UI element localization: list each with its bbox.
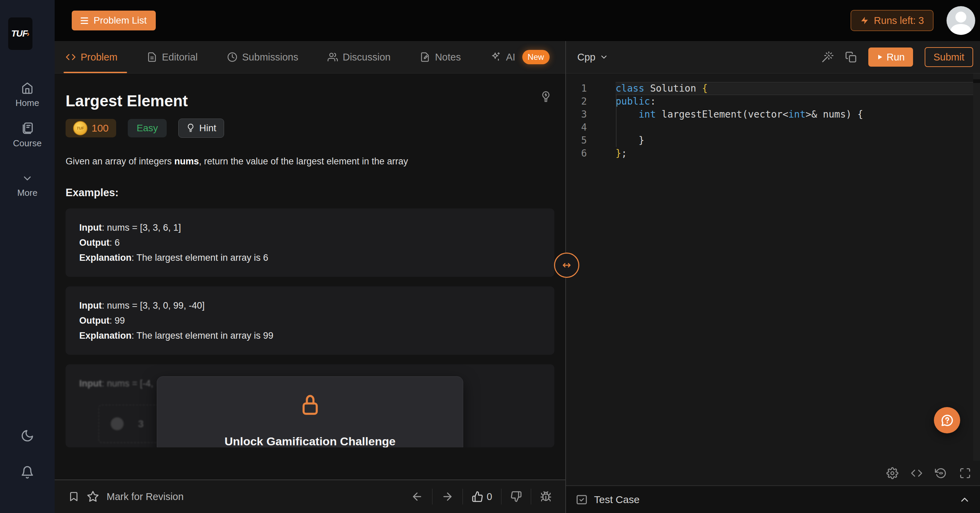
- code-brackets-icon: [911, 467, 923, 479]
- tab-ai[interactable]: AI New: [490, 41, 549, 73]
- tab-problem[interactable]: Problem: [65, 41, 118, 73]
- course-icon: [21, 122, 34, 135]
- lock-icon: [299, 391, 321, 420]
- dislike-button[interactable]: [510, 491, 522, 502]
- document-icon: [147, 52, 157, 62]
- code-line[interactable]: }: [616, 134, 980, 147]
- prev-problem-button[interactable]: [411, 491, 423, 503]
- note-pen-icon: [420, 52, 430, 62]
- example-output: Output: 6: [79, 235, 541, 250]
- star-button[interactable]: [87, 491, 99, 503]
- next-problem-button[interactable]: [441, 491, 453, 503]
- testcase-collapse-button[interactable]: [959, 494, 970, 505]
- help-chat-button[interactable]: [934, 407, 960, 433]
- avatar-person-icon: [955, 12, 966, 22]
- bug-icon: [540, 491, 552, 502]
- unlock-gamification-card[interactable]: Unlock Gamification Challenge: [157, 376, 463, 448]
- sidebar-item-home[interactable]: Home: [0, 82, 55, 108]
- example-output: Output: 99: [79, 313, 541, 328]
- code-line[interactable]: int largestElement(vector<int>& nums) {: [616, 108, 980, 121]
- editor-settings-button[interactable]: [886, 467, 898, 479]
- reset-code-button[interactable]: [935, 467, 947, 479]
- tab-label: Notes: [435, 52, 461, 63]
- chevron-down-icon: [600, 53, 608, 62]
- problem-bulb-icon[interactable]: [540, 91, 552, 104]
- runs-left-label: Runs left: 3: [874, 15, 924, 26]
- gear-icon: [886, 467, 898, 479]
- like-count: 0: [487, 491, 492, 502]
- editor-header: Cpp Run Submit: [566, 41, 980, 73]
- tab-label: Submissions: [242, 52, 298, 63]
- code-line[interactable]: class Solution {: [616, 82, 980, 95]
- chat-question-icon: [940, 413, 955, 427]
- bookmark-button[interactable]: [68, 491, 79, 502]
- user-avatar[interactable]: [947, 6, 975, 35]
- tab-discussion[interactable]: Discussion: [328, 41, 390, 73]
- like-button[interactable]: [472, 491, 483, 502]
- description-keyword: nums: [174, 156, 199, 166]
- panel-resize-handle[interactable]: [554, 253, 579, 278]
- editor-toolbar: [566, 461, 980, 485]
- problem-list-button[interactable]: Problem List: [72, 11, 156, 30]
- format-code-button[interactable]: [911, 467, 923, 479]
- example-explanation: Explanation: The largest element in arra…: [79, 328, 541, 343]
- example-input: Input: nums = [3, 3, 0, 99, -40]: [79, 298, 541, 313]
- tab-submissions[interactable]: Submissions: [227, 41, 298, 73]
- example-card-2: Input: nums = [3, 3, 0, 99, -40] Output:…: [65, 287, 554, 355]
- line-number: 6: [566, 147, 587, 160]
- tuf-logo-text: TUF: [11, 29, 28, 39]
- points-value: 100: [92, 123, 109, 134]
- report-bug-button[interactable]: [540, 491, 552, 502]
- sidebar-item-more[interactable]: More: [0, 173, 55, 198]
- tab-notes[interactable]: Notes: [420, 41, 461, 73]
- theme-toggle-button[interactable]: [0, 429, 55, 443]
- code-icon: [65, 52, 76, 62]
- hint-label: Hint: [199, 123, 216, 134]
- horizontal-resize-icon: [561, 260, 573, 271]
- home-icon: [21, 82, 33, 94]
- code-line[interactable]: };: [616, 147, 980, 160]
- sidebar-item-course[interactable]: Course: [0, 122, 55, 149]
- tuf-logo-arrow-icon: ›: [27, 29, 29, 38]
- fullscreen-button[interactable]: [959, 467, 971, 479]
- example-card-1: Input: nums = [3, 3, 6, 1] Output: 6 Exp…: [65, 209, 554, 277]
- tab-editorial[interactable]: Editorial: [147, 41, 198, 73]
- code-line[interactable]: public:: [616, 95, 980, 108]
- code-editor[interactable]: 123456 class Solution {public: int large…: [566, 73, 980, 461]
- fullscreen-icon: [959, 467, 971, 479]
- tab-label: Editorial: [162, 52, 198, 63]
- line-number: 1: [566, 82, 587, 95]
- reset-icon: [935, 467, 947, 479]
- code-lines[interactable]: class Solution {public: int largestEleme…: [616, 82, 980, 461]
- editor-scrollbar[interactable]: [973, 73, 980, 461]
- scrollbar-thumb[interactable]: [973, 79, 980, 83]
- ai-autofix-button[interactable]: [821, 51, 834, 63]
- sidebar-item-label: Course: [13, 138, 42, 149]
- submit-button[interactable]: Submit: [925, 47, 973, 67]
- copy-code-button[interactable]: [845, 51, 857, 63]
- problem-content: Largest Element TUF 100 Easy Hint Given …: [55, 73, 565, 480]
- magic-wand-icon: [821, 51, 834, 63]
- difficulty-badge: Easy: [128, 119, 167, 137]
- points-badge: TUF 100: [65, 119, 116, 137]
- checkbox-icon: [576, 494, 588, 506]
- notifications-button[interactable]: [0, 465, 55, 479]
- problem-description: Given an array of integers nums, return …: [65, 156, 554, 167]
- runs-left-button[interactable]: Runs left: 3: [851, 10, 934, 31]
- language-selector[interactable]: Cpp: [577, 52, 608, 63]
- code-line[interactable]: [616, 121, 980, 134]
- option-radio-icon: [111, 417, 124, 430]
- chevron-up-icon: [959, 494, 970, 505]
- testcase-bar[interactable]: Test Case: [566, 485, 980, 513]
- sidebar-item-label: More: [17, 188, 37, 198]
- run-button[interactable]: Run: [868, 48, 913, 67]
- tab-label: Problem: [81, 52, 118, 63]
- hamburger-icon: [81, 18, 88, 24]
- hint-button[interactable]: Hint: [178, 119, 224, 138]
- thumbs-up-icon: [472, 491, 483, 502]
- indent-guide: [616, 95, 617, 147]
- sparkle-icon: [490, 52, 501, 62]
- example-explanation: Explanation: The largest element in arra…: [79, 250, 541, 265]
- tuf-logo[interactable]: TUF›: [8, 18, 32, 50]
- divider: [501, 489, 501, 505]
